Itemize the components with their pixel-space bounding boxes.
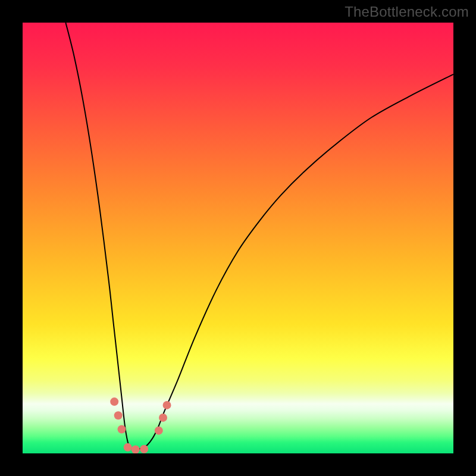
watermark-text: TheBottleneck.com [345, 4, 469, 20]
marker-dot [114, 411, 123, 419]
marker-dot [155, 427, 163, 435]
marker-dot [131, 445, 140, 453]
marker-dot [118, 425, 126, 433]
marker-dot [163, 401, 171, 409]
marker-dot [140, 445, 148, 453]
bottleneck-chart [23, 23, 453, 453]
marker-dot [124, 443, 132, 452]
chart-background [23, 23, 453, 453]
marker-dot [110, 397, 118, 406]
marker-dot [159, 414, 167, 422]
outer-frame: TheBottleneck.com [0, 0, 476, 476]
